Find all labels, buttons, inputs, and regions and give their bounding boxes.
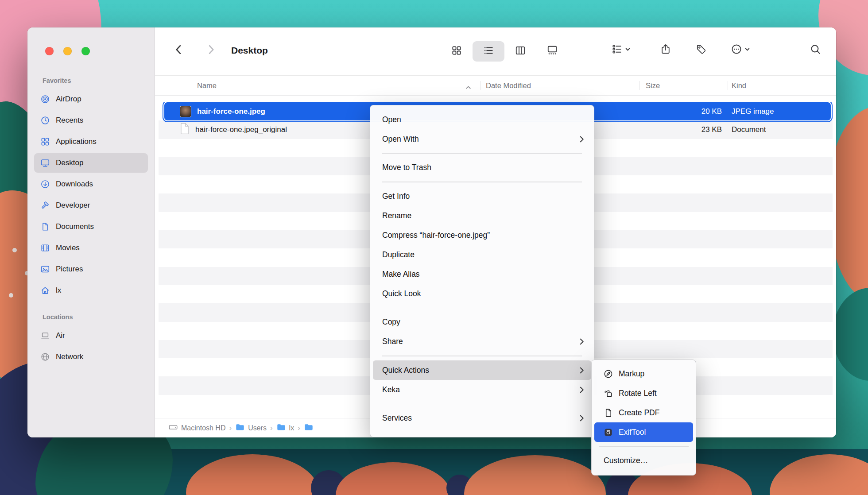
column-divider[interactable] bbox=[480, 81, 481, 90]
wallpaper-shape bbox=[833, 288, 868, 381]
sidebar-list: Air Network bbox=[27, 326, 155, 367]
menu-item-rename[interactable]: Rename bbox=[373, 206, 591, 225]
sidebar-item-airdrop[interactable]: AirDrop bbox=[34, 89, 148, 109]
sidebar-item-lx[interactable]: lx bbox=[34, 281, 148, 300]
column-view-button[interactable] bbox=[504, 41, 536, 62]
applications-grid-icon bbox=[39, 137, 50, 147]
sidebar-item-label: Network bbox=[56, 352, 83, 361]
menu-item-compress[interactable]: Compress “hair-force-one.jpeg” bbox=[373, 225, 591, 245]
menu-item-label: Services bbox=[382, 414, 579, 423]
wallpaper-shape bbox=[9, 293, 13, 298]
menu-item-label: Get Info bbox=[382, 192, 584, 201]
document-file-icon bbox=[180, 123, 190, 137]
submenu-chevron-icon bbox=[579, 338, 584, 345]
gallery-view-button[interactable] bbox=[536, 41, 568, 62]
path-crumb-macintosh-hd[interactable]: Macintosh HD bbox=[168, 422, 225, 434]
document-icon bbox=[39, 222, 50, 232]
column-header-row: Name Date Modified Size Kind bbox=[155, 75, 836, 96]
sidebar-item-label: Applications bbox=[56, 137, 97, 146]
wallpaper-shape bbox=[12, 248, 17, 252]
menu-item-open-with[interactable]: Open With bbox=[373, 129, 591, 149]
path-crumb-partial[interactable] bbox=[304, 422, 317, 434]
column-header-label: Kind bbox=[732, 81, 746, 90]
view-mode-segmented-control bbox=[441, 41, 568, 62]
sidebar-item-label: lx bbox=[56, 286, 61, 295]
create-pdf-icon bbox=[602, 408, 614, 418]
sidebar-item-developer[interactable]: Developer bbox=[34, 196, 148, 215]
sidebar-item-recents[interactable]: Recents bbox=[34, 111, 148, 130]
submenu-item-create-pdf[interactable]: Create PDF bbox=[594, 403, 693, 422]
sidebar-list: AirDrop Recents Applications Desktop Dow… bbox=[27, 89, 155, 300]
icon-view-button[interactable] bbox=[441, 41, 473, 62]
column-divider[interactable] bbox=[728, 81, 728, 90]
menu-item-open[interactable]: Open bbox=[373, 110, 591, 129]
sidebar-item-air[interactable]: Air bbox=[34, 326, 148, 345]
menu-item-label: Open With bbox=[382, 135, 579, 144]
markup-pen-icon bbox=[602, 369, 614, 379]
menu-separator bbox=[382, 153, 582, 154]
menu-item-share[interactable]: Share bbox=[373, 332, 591, 352]
menu-item-quick-actions[interactable]: Quick Actions bbox=[373, 360, 591, 380]
film-icon bbox=[39, 243, 50, 253]
column-header-label: Name bbox=[197, 81, 217, 90]
path-crumb-lx[interactable]: lx bbox=[276, 422, 294, 434]
ellipsis-circle-icon bbox=[731, 43, 742, 57]
menu-item-quick-look[interactable]: Quick Look bbox=[373, 284, 591, 303]
more-button[interactable] bbox=[731, 43, 750, 57]
column-divider[interactable] bbox=[639, 81, 640, 90]
zoom-button[interactable] bbox=[81, 47, 90, 55]
sidebar-item-movies[interactable]: Movies bbox=[34, 238, 148, 258]
sidebar-item-applications[interactable]: Applications bbox=[34, 132, 148, 151]
list-view-button[interactable] bbox=[473, 41, 504, 62]
share-button[interactable] bbox=[660, 43, 671, 57]
menu-item-move-to-trash[interactable]: Move to Trash bbox=[373, 158, 591, 178]
sidebar-item-documents[interactable]: Documents bbox=[34, 217, 148, 236]
menu-item-services[interactable]: Services bbox=[373, 409, 591, 428]
menu-item-label: Duplicate bbox=[382, 250, 584, 259]
column-header-date-modified[interactable]: Date Modified bbox=[486, 76, 531, 95]
column-header-size[interactable]: Size bbox=[646, 76, 660, 95]
sidebar-item-pictures[interactable]: Pictures bbox=[34, 259, 148, 279]
sidebar-item-downloads[interactable]: Downloads bbox=[34, 174, 148, 194]
submenu-item-exiftool[interactable]: ExifTool bbox=[594, 422, 693, 442]
sidebar-item-network[interactable]: Network bbox=[34, 347, 148, 367]
menu-item-duplicate[interactable]: Duplicate bbox=[373, 245, 591, 264]
folder-icon bbox=[304, 422, 314, 434]
submenu-item-label: Create PDF bbox=[619, 408, 659, 418]
submenu-item-rotate-left[interactable]: Rotate Left bbox=[594, 383, 693, 403]
close-button[interactable] bbox=[45, 47, 54, 55]
sidebar-item-label: Developer bbox=[56, 201, 90, 210]
submenu-item-customize[interactable]: Customize… bbox=[594, 451, 693, 471]
column-header-name[interactable]: Name bbox=[197, 76, 217, 95]
chevron-left-icon bbox=[173, 43, 185, 58]
forward-button[interactable] bbox=[205, 43, 217, 58]
submenu-chevron-icon bbox=[579, 135, 584, 143]
folder-icon bbox=[235, 422, 245, 434]
sidebar-item-desktop[interactable]: Desktop bbox=[34, 153, 148, 173]
menu-item-keka[interactable]: Keka bbox=[373, 380, 591, 399]
menu-item-get-info[interactable]: Get Info bbox=[373, 186, 591, 206]
menu-item-copy[interactable]: Copy bbox=[373, 313, 591, 332]
sort-ascending-icon bbox=[465, 83, 472, 92]
sidebar-section-favorites: Favorites AirDrop Recents Applications D… bbox=[27, 77, 155, 300]
quick-actions-submenu: Markup Rotate Left Create PDF ExifTool C… bbox=[591, 360, 696, 476]
folder-icon bbox=[276, 422, 286, 434]
column-header-kind[interactable]: Kind bbox=[732, 76, 746, 95]
list-view-icon bbox=[483, 45, 494, 58]
window-controls bbox=[45, 47, 90, 55]
group-button[interactable] bbox=[611, 43, 631, 57]
search-button[interactable] bbox=[810, 43, 822, 57]
back-button[interactable] bbox=[173, 43, 185, 58]
path-crumb-users[interactable]: Users bbox=[235, 422, 267, 434]
menu-separator bbox=[382, 356, 582, 356]
menu-item-make-alias[interactable]: Make Alias bbox=[373, 264, 591, 284]
sidebar-item-label: Recents bbox=[56, 116, 83, 125]
menu-separator bbox=[382, 404, 582, 405]
tag-button[interactable] bbox=[695, 43, 707, 57]
minimize-button[interactable] bbox=[63, 47, 72, 55]
submenu-item-markup[interactable]: Markup bbox=[594, 364, 693, 383]
menu-item-label: Open bbox=[382, 115, 584, 124]
path-separator: › bbox=[298, 424, 300, 433]
rotate-left-icon bbox=[602, 389, 614, 398]
menu-item-label: Rename bbox=[382, 211, 584, 220]
